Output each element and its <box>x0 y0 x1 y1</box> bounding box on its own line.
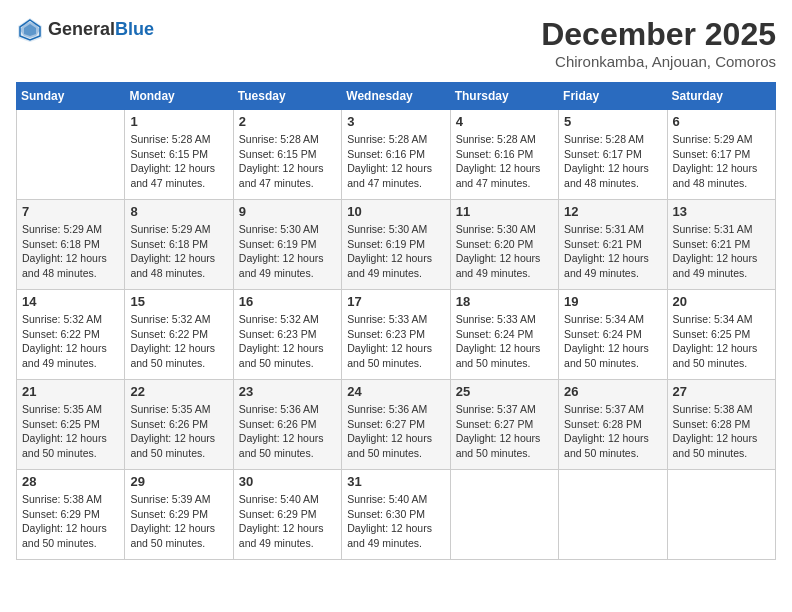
day-number: 22 <box>130 384 227 399</box>
calendar-cell: 23Sunrise: 5:36 AM Sunset: 6:26 PM Dayli… <box>233 380 341 470</box>
calendar-cell: 29Sunrise: 5:39 AM Sunset: 6:29 PM Dayli… <box>125 470 233 560</box>
weekday-header: Wednesday <box>342 83 450 110</box>
day-number: 1 <box>130 114 227 129</box>
day-number: 21 <box>22 384 119 399</box>
day-info: Sunrise: 5:28 AM Sunset: 6:17 PM Dayligh… <box>564 132 661 191</box>
calendar-week-row: 1Sunrise: 5:28 AM Sunset: 6:15 PM Daylig… <box>17 110 776 200</box>
calendar-cell <box>17 110 125 200</box>
day-number: 9 <box>239 204 336 219</box>
calendar-cell: 3Sunrise: 5:28 AM Sunset: 6:16 PM Daylig… <box>342 110 450 200</box>
day-info: Sunrise: 5:35 AM Sunset: 6:25 PM Dayligh… <box>22 402 119 461</box>
weekday-header: Saturday <box>667 83 775 110</box>
calendar-table: SundayMondayTuesdayWednesdayThursdayFrid… <box>16 82 776 560</box>
calendar-cell: 28Sunrise: 5:38 AM Sunset: 6:29 PM Dayli… <box>17 470 125 560</box>
day-info: Sunrise: 5:40 AM Sunset: 6:30 PM Dayligh… <box>347 492 444 551</box>
calendar-cell: 4Sunrise: 5:28 AM Sunset: 6:16 PM Daylig… <box>450 110 558 200</box>
weekday-header: Friday <box>559 83 667 110</box>
day-info: Sunrise: 5:39 AM Sunset: 6:29 PM Dayligh… <box>130 492 227 551</box>
day-info: Sunrise: 5:35 AM Sunset: 6:26 PM Dayligh… <box>130 402 227 461</box>
day-number: 27 <box>673 384 770 399</box>
day-number: 11 <box>456 204 553 219</box>
calendar-cell: 5Sunrise: 5:28 AM Sunset: 6:17 PM Daylig… <box>559 110 667 200</box>
calendar-cell: 21Sunrise: 5:35 AM Sunset: 6:25 PM Dayli… <box>17 380 125 470</box>
day-number: 15 <box>130 294 227 309</box>
day-info: Sunrise: 5:30 AM Sunset: 6:20 PM Dayligh… <box>456 222 553 281</box>
calendar-cell: 8Sunrise: 5:29 AM Sunset: 6:18 PM Daylig… <box>125 200 233 290</box>
calendar-cell: 18Sunrise: 5:33 AM Sunset: 6:24 PM Dayli… <box>450 290 558 380</box>
day-number: 29 <box>130 474 227 489</box>
calendar-cell: 12Sunrise: 5:31 AM Sunset: 6:21 PM Dayli… <box>559 200 667 290</box>
day-number: 24 <box>347 384 444 399</box>
day-info: Sunrise: 5:29 AM Sunset: 6:18 PM Dayligh… <box>130 222 227 281</box>
calendar-cell: 15Sunrise: 5:32 AM Sunset: 6:22 PM Dayli… <box>125 290 233 380</box>
calendar-cell: 2Sunrise: 5:28 AM Sunset: 6:15 PM Daylig… <box>233 110 341 200</box>
day-number: 10 <box>347 204 444 219</box>
day-info: Sunrise: 5:38 AM Sunset: 6:29 PM Dayligh… <box>22 492 119 551</box>
calendar-cell: 27Sunrise: 5:38 AM Sunset: 6:28 PM Dayli… <box>667 380 775 470</box>
calendar-week-row: 21Sunrise: 5:35 AM Sunset: 6:25 PM Dayli… <box>17 380 776 470</box>
day-number: 3 <box>347 114 444 129</box>
calendar-cell <box>559 470 667 560</box>
day-number: 25 <box>456 384 553 399</box>
day-number: 31 <box>347 474 444 489</box>
weekday-header-row: SundayMondayTuesdayWednesdayThursdayFrid… <box>17 83 776 110</box>
calendar-cell <box>667 470 775 560</box>
calendar-cell: 17Sunrise: 5:33 AM Sunset: 6:23 PM Dayli… <box>342 290 450 380</box>
day-number: 23 <box>239 384 336 399</box>
day-info: Sunrise: 5:29 AM Sunset: 6:17 PM Dayligh… <box>673 132 770 191</box>
calendar-cell: 20Sunrise: 5:34 AM Sunset: 6:25 PM Dayli… <box>667 290 775 380</box>
calendar-cell <box>450 470 558 560</box>
day-info: Sunrise: 5:40 AM Sunset: 6:29 PM Dayligh… <box>239 492 336 551</box>
calendar-cell: 14Sunrise: 5:32 AM Sunset: 6:22 PM Dayli… <box>17 290 125 380</box>
day-info: Sunrise: 5:36 AM Sunset: 6:27 PM Dayligh… <box>347 402 444 461</box>
calendar-week-row: 14Sunrise: 5:32 AM Sunset: 6:22 PM Dayli… <box>17 290 776 380</box>
title-block: December 2025 Chironkamba, Anjouan, Como… <box>541 16 776 70</box>
day-number: 12 <box>564 204 661 219</box>
location-subtitle: Chironkamba, Anjouan, Comoros <box>541 53 776 70</box>
day-number: 8 <box>130 204 227 219</box>
day-info: Sunrise: 5:28 AM Sunset: 6:15 PM Dayligh… <box>239 132 336 191</box>
month-title: December 2025 <box>541 16 776 53</box>
calendar-cell: 11Sunrise: 5:30 AM Sunset: 6:20 PM Dayli… <box>450 200 558 290</box>
day-number: 30 <box>239 474 336 489</box>
day-info: Sunrise: 5:33 AM Sunset: 6:24 PM Dayligh… <box>456 312 553 371</box>
day-number: 13 <box>673 204 770 219</box>
day-number: 17 <box>347 294 444 309</box>
day-number: 18 <box>456 294 553 309</box>
day-info: Sunrise: 5:28 AM Sunset: 6:16 PM Dayligh… <box>456 132 553 191</box>
calendar-cell: 6Sunrise: 5:29 AM Sunset: 6:17 PM Daylig… <box>667 110 775 200</box>
weekday-header: Sunday <box>17 83 125 110</box>
day-number: 26 <box>564 384 661 399</box>
weekday-header: Monday <box>125 83 233 110</box>
day-number: 28 <box>22 474 119 489</box>
day-info: Sunrise: 5:34 AM Sunset: 6:25 PM Dayligh… <box>673 312 770 371</box>
calendar-cell: 10Sunrise: 5:30 AM Sunset: 6:19 PM Dayli… <box>342 200 450 290</box>
page-header: GeneralBlue December 2025 Chironkamba, A… <box>16 16 776 70</box>
logo-general-text: GeneralBlue <box>48 20 154 40</box>
day-info: Sunrise: 5:37 AM Sunset: 6:27 PM Dayligh… <box>456 402 553 461</box>
calendar-cell: 19Sunrise: 5:34 AM Sunset: 6:24 PM Dayli… <box>559 290 667 380</box>
calendar-cell: 26Sunrise: 5:37 AM Sunset: 6:28 PM Dayli… <box>559 380 667 470</box>
day-number: 19 <box>564 294 661 309</box>
day-info: Sunrise: 5:30 AM Sunset: 6:19 PM Dayligh… <box>347 222 444 281</box>
logo-icon <box>16 16 44 44</box>
weekday-header: Tuesday <box>233 83 341 110</box>
day-info: Sunrise: 5:31 AM Sunset: 6:21 PM Dayligh… <box>564 222 661 281</box>
day-info: Sunrise: 5:32 AM Sunset: 6:22 PM Dayligh… <box>130 312 227 371</box>
calendar-cell: 1Sunrise: 5:28 AM Sunset: 6:15 PM Daylig… <box>125 110 233 200</box>
day-info: Sunrise: 5:36 AM Sunset: 6:26 PM Dayligh… <box>239 402 336 461</box>
day-number: 4 <box>456 114 553 129</box>
day-info: Sunrise: 5:29 AM Sunset: 6:18 PM Dayligh… <box>22 222 119 281</box>
day-number: 14 <box>22 294 119 309</box>
day-info: Sunrise: 5:32 AM Sunset: 6:23 PM Dayligh… <box>239 312 336 371</box>
calendar-cell: 16Sunrise: 5:32 AM Sunset: 6:23 PM Dayli… <box>233 290 341 380</box>
day-info: Sunrise: 5:37 AM Sunset: 6:28 PM Dayligh… <box>564 402 661 461</box>
calendar-cell: 13Sunrise: 5:31 AM Sunset: 6:21 PM Dayli… <box>667 200 775 290</box>
day-info: Sunrise: 5:32 AM Sunset: 6:22 PM Dayligh… <box>22 312 119 371</box>
day-number: 6 <box>673 114 770 129</box>
calendar-week-row: 7Sunrise: 5:29 AM Sunset: 6:18 PM Daylig… <box>17 200 776 290</box>
calendar-cell: 30Sunrise: 5:40 AM Sunset: 6:29 PM Dayli… <box>233 470 341 560</box>
day-info: Sunrise: 5:38 AM Sunset: 6:28 PM Dayligh… <box>673 402 770 461</box>
logo: GeneralBlue <box>16 16 154 44</box>
calendar-cell: 31Sunrise: 5:40 AM Sunset: 6:30 PM Dayli… <box>342 470 450 560</box>
